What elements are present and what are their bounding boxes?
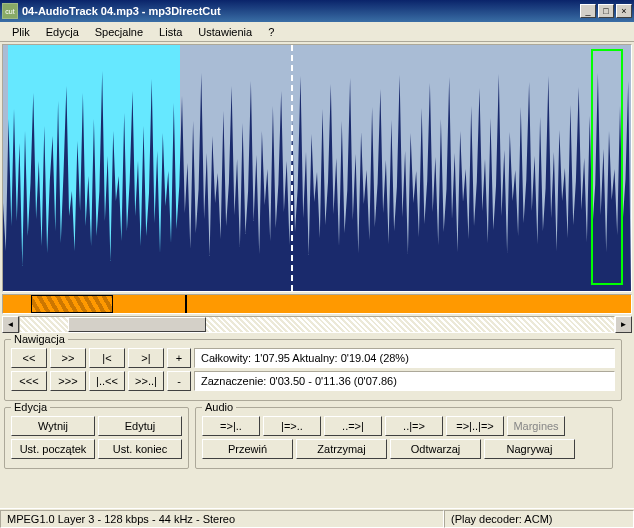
nav-bigforward-button[interactable]: >>> (50, 371, 86, 391)
audio-cue4-button[interactable]: ..|=> (385, 416, 443, 436)
audio-cue5-button[interactable]: =>|..|=> (446, 416, 504, 436)
set-begin-button[interactable]: Ust. początek (11, 439, 95, 459)
nav-bigrewind-button[interactable]: <<< (11, 371, 47, 391)
info-selection: Zaznaczenie: 0'03.50 - 0'11.36 (0'07.86) (194, 371, 615, 391)
menu-bar: Plik Edycja Specjalne Lista Ustawienia ? (0, 22, 634, 42)
title-bar: cut 04-AudioTrack 04.mp3 - mp3DirectCut … (0, 0, 634, 22)
menu-plik[interactable]: Plik (4, 24, 38, 40)
navigation-group: Nawigacja << >> |< >| + Całkowity: 1'07.… (4, 339, 622, 401)
loop-marker (591, 49, 623, 285)
menu-ustawienia[interactable]: Ustawienia (190, 24, 260, 40)
audio-group: Audio =>|.. |=>.. ..=>| ..|=> =>|..|=> M… (195, 407, 613, 469)
overview-selection (31, 295, 113, 313)
menu-edycja[interactable]: Edycja (38, 24, 87, 40)
set-end-button[interactable]: Ust. koniec (98, 439, 182, 459)
nav-prevcue-button[interactable]: |..<< (89, 371, 125, 391)
cut-button[interactable]: Wytnij (11, 416, 95, 436)
menu-lista[interactable]: Lista (151, 24, 190, 40)
stop-button[interactable]: Zatrzymaj (296, 439, 387, 459)
nav-start-button[interactable]: |< (89, 348, 125, 368)
nav-nextcue-button[interactable]: >>..| (128, 371, 164, 391)
edit-group: Edycja Wytnij Edytuj Ust. początek Ust. … (4, 407, 189, 469)
rewind-button[interactable]: Przewiń (202, 439, 293, 459)
overview-bar[interactable] (2, 294, 632, 314)
nav-legend: Nawigacja (11, 333, 68, 345)
maximize-button[interactable]: □ (598, 4, 614, 18)
minimize-button[interactable]: _ (580, 4, 596, 18)
menu-specjalne[interactable]: Specjalne (87, 24, 151, 40)
edit-button[interactable]: Edytuj (98, 416, 182, 436)
audio-cue2-button[interactable]: |=>.. (263, 416, 321, 436)
overview-playhead (185, 295, 187, 313)
menu-help[interactable]: ? (260, 24, 282, 40)
scroll-track[interactable] (19, 316, 615, 333)
edit-legend: Edycja (11, 401, 50, 413)
record-button[interactable]: Nagrywaj (484, 439, 575, 459)
scroll-right-button[interactable]: ► (615, 316, 632, 333)
status-bar: MPEG1.0 Layer 3 - 128 kbps - 44 kHz - St… (0, 508, 634, 528)
window-title: 04-AudioTrack 04.mp3 - mp3DirectCut (22, 5, 578, 17)
waveform-display[interactable] (2, 44, 632, 292)
info-total: Całkowity: 1'07.95 Aktualny: 0'19.04 (28… (194, 348, 615, 368)
status-decoder: (Play decoder: ACM) (444, 510, 634, 528)
audio-cue3-button[interactable]: ..=>| (324, 416, 382, 436)
horizontal-scrollbar[interactable]: ◄ ► (2, 316, 632, 333)
app-icon: cut (2, 3, 18, 19)
nav-zoomin-button[interactable]: + (167, 348, 191, 368)
nav-forward-button[interactable]: >> (50, 348, 86, 368)
nav-zoomout-button[interactable]: - (167, 371, 191, 391)
scroll-left-button[interactable]: ◄ (2, 316, 19, 333)
scroll-thumb[interactable] (68, 317, 206, 332)
margin-button: Margines (507, 416, 565, 436)
audio-cue1-button[interactable]: =>|.. (202, 416, 260, 436)
audio-legend: Audio (202, 401, 236, 413)
nav-rewind-button[interactable]: << (11, 348, 47, 368)
nav-end-button[interactable]: >| (128, 348, 164, 368)
playhead-cursor (291, 45, 293, 291)
play-button[interactable]: Odtwarzaj (390, 439, 481, 459)
waveform-svg (3, 45, 631, 291)
status-format: MPEG1.0 Layer 3 - 128 kbps - 44 kHz - St… (0, 510, 444, 528)
close-button[interactable]: × (616, 4, 632, 18)
